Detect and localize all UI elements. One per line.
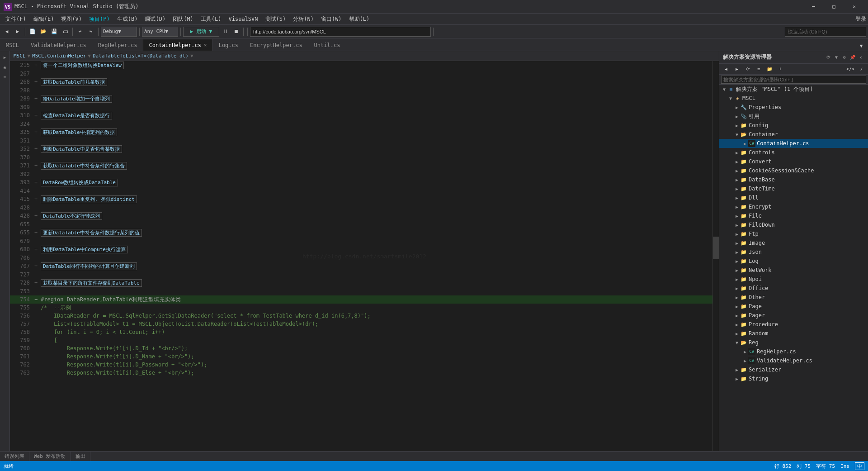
expand-680[interactable]: + bbox=[34, 245, 41, 253]
tree-encrypt[interactable]: ▶ 📁 Encrypt bbox=[719, 202, 868, 211]
se-code-btn[interactable]: </> bbox=[845, 64, 855, 74]
expand-352[interactable]: + bbox=[34, 145, 41, 153]
tree-mscl-project[interactable]: ▼ ◈ MSCL bbox=[719, 94, 868, 103]
tab-log[interactable]: Log.cs bbox=[213, 39, 244, 51]
expand-707[interactable]: + bbox=[34, 262, 41, 270]
tab-containhelper[interactable]: ContainHelper.cs ✕ bbox=[143, 39, 212, 51]
tree-page[interactable]: ▶ 📁 Page bbox=[719, 302, 868, 311]
sidebar-btn-3[interactable]: ≡ bbox=[0, 73, 9, 82]
expand-325[interactable]: + bbox=[34, 128, 41, 136]
sidebar-btn-2[interactable]: ◉ bbox=[0, 63, 9, 72]
breadcrumb-method[interactable]: DataTableToList<T>(DataTable dt) bbox=[93, 53, 189, 59]
platform-dropdown[interactable]: Any CPU ▼ bbox=[142, 27, 178, 37]
menu-build[interactable]: 生成(B) bbox=[113, 14, 142, 24]
menu-project[interactable]: 项目(P) bbox=[85, 14, 113, 24]
menu-view[interactable]: 视图(V) bbox=[57, 14, 85, 24]
login-button[interactable]: 登录 bbox=[855, 15, 866, 23]
se-pin-button[interactable]: 📌 bbox=[849, 54, 856, 61]
close-button[interactable]: ✕ bbox=[844, 0, 864, 14]
tree-pager[interactable]: ▶ 📁 Pager bbox=[719, 311, 868, 320]
expand-310[interactable]: + bbox=[34, 111, 41, 119]
menu-window[interactable]: 窗口(W) bbox=[317, 14, 345, 24]
tree-validatehelper[interactable]: ▶ C# ValidateHelper.cs bbox=[719, 356, 868, 365]
tree-datetime[interactable]: ▶ 📁 DateTime bbox=[719, 184, 868, 193]
tree-cookie-session[interactable]: ▶ 📁 Cookie&Session&Cache bbox=[719, 166, 868, 175]
menu-analyze[interactable]: 分析(N) bbox=[289, 14, 317, 24]
tab-reghelper[interactable]: RegHelper.cs bbox=[92, 39, 143, 51]
undo-button[interactable]: ↩ bbox=[75, 27, 85, 37]
tree-solution[interactable]: ▼ ⊞ 解决方案 "MSCL" (1 个项目) bbox=[719, 85, 868, 94]
url-input[interactable] bbox=[250, 27, 431, 37]
stop-button[interactable]: ⏹ bbox=[231, 27, 241, 37]
pause-button[interactable]: ⏸ bbox=[220, 27, 230, 37]
vertical-scrollbar[interactable] bbox=[712, 61, 719, 451]
expand-393[interactable]: + bbox=[34, 178, 41, 186]
menu-test[interactable]: 测试(S) bbox=[262, 14, 290, 24]
menu-tools[interactable]: 工具(L) bbox=[197, 14, 225, 24]
tree-string[interactable]: ▶ 📁 String bbox=[719, 374, 868, 383]
se-collapse-button[interactable]: ▼ bbox=[833, 54, 840, 61]
config-dropdown[interactable]: Debug ▼ bbox=[101, 27, 137, 37]
minimize-button[interactable]: ─ bbox=[803, 0, 824, 14]
se-search-input[interactable] bbox=[721, 76, 866, 84]
tree-network[interactable]: ▶ 📁 NetWork bbox=[719, 266, 868, 275]
se-close-button[interactable]: ✕ bbox=[857, 54, 864, 61]
tree-references[interactable]: ▶ 📎 引用 bbox=[719, 112, 868, 121]
quick-launch-input[interactable] bbox=[785, 27, 866, 37]
open-button[interactable]: 📂 bbox=[38, 27, 48, 37]
expand-215[interactable]: + bbox=[34, 61, 41, 69]
new-project-button[interactable]: 📄 bbox=[28, 27, 38, 37]
tree-reg[interactable]: ▼ 📂 Reg bbox=[719, 338, 868, 347]
tab-output[interactable]: 输出 bbox=[71, 452, 90, 461]
se-script-btn[interactable]: ⚡ bbox=[856, 64, 866, 74]
expand-754[interactable]: − bbox=[34, 295, 41, 304]
tree-serializer[interactable]: ▶ 📁 Serializer bbox=[719, 365, 868, 374]
sidebar-btn-1[interactable]: ▶ bbox=[0, 53, 9, 62]
code-editor[interactable]: 215 + 将一个二维对象数组转换DataView 267 268 + 获取Da… bbox=[10, 61, 712, 451]
tree-controls[interactable]: ▶ 📁 Controls bbox=[719, 148, 868, 157]
tree-npoi[interactable]: ▶ 📁 Npoi bbox=[719, 275, 868, 284]
save-all-button[interactable]: 🗃 bbox=[60, 27, 70, 37]
se-properties-btn[interactable]: ≡ bbox=[754, 64, 764, 74]
se-sync-button[interactable]: ⟳ bbox=[825, 54, 832, 61]
expand-428b[interactable]: + bbox=[34, 212, 41, 220]
menu-debug[interactable]: 调试(D) bbox=[141, 14, 169, 24]
expand-728[interactable]: + bbox=[34, 279, 41, 287]
tree-dll[interactable]: ▶ 📁 Dll bbox=[719, 193, 868, 202]
tab-encrypthelper[interactable]: EncryptHelper.cs bbox=[244, 39, 308, 51]
breadcrumb-project[interactable]: MSCL bbox=[14, 53, 26, 59]
tree-office[interactable]: ▶ 📁 Office bbox=[719, 284, 868, 293]
back-button[interactable]: ◀ bbox=[2, 27, 12, 37]
tree-procedure[interactable]: ▶ 📁 Procedure bbox=[719, 320, 868, 329]
menu-edit[interactable]: 编辑(E) bbox=[30, 14, 58, 24]
se-forward-button[interactable]: ▶ bbox=[732, 64, 742, 74]
tree-config[interactable]: ▶ 📁 Config bbox=[719, 121, 868, 130]
tree-log[interactable]: ▶ 📁 Log bbox=[719, 257, 868, 266]
tree-properties[interactable]: ▶ 🔧 Properties bbox=[719, 103, 868, 112]
tab-validatehelper[interactable]: ValidateHelper.cs bbox=[25, 39, 92, 51]
redo-button[interactable]: ↪ bbox=[86, 27, 96, 37]
tree-database[interactable]: ▶ 📁 DataBase bbox=[719, 175, 868, 184]
tab-web-publish[interactable]: Web 发布活动 bbox=[29, 452, 71, 461]
save-button[interactable]: 💾 bbox=[49, 27, 59, 37]
menu-file[interactable]: 文件(F) bbox=[2, 14, 30, 24]
scrollbar-thumb[interactable] bbox=[713, 237, 719, 259]
menu-team[interactable]: 团队(M) bbox=[169, 14, 197, 24]
tree-random[interactable]: ▶ 📁 Random bbox=[719, 329, 868, 338]
tree-containhelper[interactable]: ▶ C# ContainHelper.cs bbox=[719, 139, 868, 148]
tab-close-containhelper[interactable]: ✕ bbox=[204, 42, 207, 48]
se-showallfiles-btn[interactable]: 📁 bbox=[764, 64, 774, 74]
menu-visualsvn[interactable]: VisualSVN bbox=[225, 14, 262, 24]
se-refresh-button[interactable]: ⟳ bbox=[743, 64, 753, 74]
tree-ftp[interactable]: ▶ 📁 Ftp bbox=[719, 229, 868, 238]
maximize-button[interactable]: □ bbox=[824, 0, 844, 14]
expand-289[interactable]: + bbox=[34, 95, 41, 103]
breadcrumb-class[interactable]: MSCL.ContainHelper bbox=[32, 53, 86, 59]
tree-reghelper[interactable]: ▶ C# RegHelper.cs bbox=[719, 347, 868, 356]
tab-error-list[interactable]: 错误列表 bbox=[0, 452, 29, 461]
se-additem-btn[interactable]: + bbox=[775, 64, 785, 74]
tab-until[interactable]: Until.cs bbox=[308, 39, 346, 51]
tree-file[interactable]: ▶ 📁 File bbox=[719, 211, 868, 220]
tree-convert[interactable]: ▶ 📁 Convert bbox=[719, 157, 868, 166]
tree-image[interactable]: ▶ 📁 Image bbox=[719, 238, 868, 247]
